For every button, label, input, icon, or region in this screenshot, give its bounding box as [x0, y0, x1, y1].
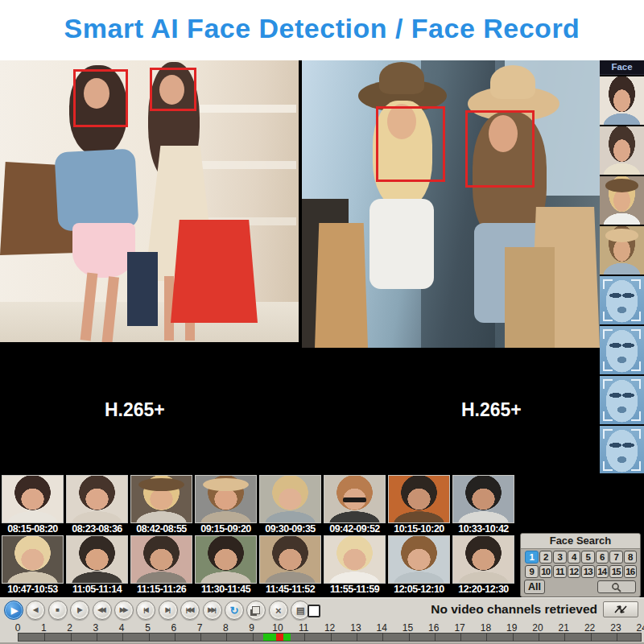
channel-button-5[interactable]: 5 [581, 551, 595, 564]
face-ai-scan-thumb[interactable] [600, 376, 644, 424]
next-frame-button[interactable]: ▶| [159, 601, 178, 620]
face-record-item[interactable]: 11:05-11:14 [66, 535, 128, 594]
face-photo [195, 535, 257, 584]
face-record-item[interactable]: 10:15-10:20 [388, 475, 450, 534]
swap-arrows-icon [612, 604, 630, 615]
face-search-button[interactable] [597, 580, 636, 593]
channel-button-7[interactable]: 7 [609, 551, 623, 564]
rewind-button[interactable]: ◀◀ [93, 601, 112, 620]
channel-button-15[interactable]: 15 [609, 565, 623, 578]
channel-button-6[interactable]: 6 [596, 551, 609, 564]
channel-button-4[interactable]: 4 [568, 551, 581, 564]
camera-view-1[interactable] [0, 60, 299, 342]
hour-label: 1 [34, 622, 53, 634]
face-record-item[interactable]: 10:47-10:53 [2, 535, 64, 594]
hour-label: 0 [8, 622, 27, 634]
face-photo [452, 475, 514, 523]
face-sidebar-header: Face [600, 60, 644, 75]
hour-label: 18 [476, 622, 495, 634]
channel-button-9[interactable]: 9 [525, 565, 539, 578]
face-photo [452, 535, 514, 584]
next-record-button[interactable]: ▶▶| [203, 601, 222, 620]
prev-record-button[interactable]: |◀◀ [180, 601, 200, 620]
face-record-item[interactable]: 08:42-08:55 [130, 475, 192, 534]
record-segment [276, 634, 284, 641]
time-range-label: 09:30-09:35 [259, 523, 321, 534]
status-message: No video channels retrieved [431, 602, 597, 617]
timeline-bar[interactable] [18, 633, 642, 642]
camera-view-2[interactable] [302, 60, 600, 348]
channel-button-14[interactable]: 14 [596, 565, 609, 578]
channel-button-3[interactable]: 3 [553, 551, 567, 564]
channel-button-16[interactable]: 16 [624, 565, 638, 578]
copy-button[interactable] [246, 601, 266, 620]
save-icon: ▤ [296, 606, 304, 615]
reverse-play-icon: ◀ [33, 607, 36, 613]
play-button[interactable]: ▶ [4, 601, 23, 620]
person-figure [369, 199, 434, 289]
hour-label: 5 [138, 622, 158, 634]
face-snapshot-thumb[interactable] [600, 126, 644, 175]
face-snapshot-thumb[interactable] [600, 76, 644, 125]
channel-row: 9 10 11 12 13 14 15 16 [525, 565, 637, 578]
channel-button-1[interactable]: 1 [525, 551, 539, 564]
hour-label: 12 [320, 622, 340, 634]
fast-forward-button[interactable]: ▶▶ [114, 601, 134, 620]
face-record-item[interactable]: 08:15-08:20 [2, 475, 64, 534]
nvr-app-window: Smart AI Face Detection / Face Record [0, 0, 644, 644]
time-range-label: 11:30-11:45 [195, 584, 257, 594]
face-photo [2, 475, 64, 523]
face-record-item[interactable]: 09:15-09:20 [195, 475, 257, 534]
scan-frame-icon [600, 426, 644, 474]
reverse-play-button[interactable]: ◀ [26, 601, 45, 620]
channel-button-13[interactable]: 13 [581, 565, 595, 578]
face-photo [2, 535, 64, 584]
channel-button-8[interactable]: 8 [624, 551, 638, 564]
refresh-channels-button[interactable] [603, 601, 638, 617]
hour-label: 22 [580, 622, 600, 634]
stop-icon: ■ [56, 607, 58, 613]
face-record-item[interactable]: 11:55-11:59 [324, 535, 386, 594]
face-snapshot-thumb[interactable] [600, 176, 644, 225]
channel-button-12[interactable]: 12 [568, 565, 581, 578]
prev-frame-button[interactable]: |◀ [136, 601, 155, 620]
time-range-label: 10:47-10:53 [2, 584, 64, 594]
face-record-item[interactable]: 08:23-08:36 [66, 475, 128, 534]
time-range-label: 09:15-09:20 [195, 523, 257, 534]
channel-button-11[interactable]: 11 [553, 565, 567, 578]
face-record-item[interactable]: 10:33-10:42 [452, 475, 514, 534]
cut-button[interactable]: × [269, 601, 288, 620]
channel-button-10[interactable]: 10 [539, 565, 553, 578]
face-photo [66, 535, 128, 584]
face-record-item[interactable]: 09:30-09:35 [259, 475, 321, 534]
codec-label-left: H.265+ [105, 399, 165, 421]
face-photo [130, 535, 192, 584]
channel-button-2[interactable]: 2 [539, 551, 553, 564]
face-record-item[interactable]: 11:45-11:52 [259, 535, 321, 594]
face-record-item[interactable]: 12:05-12:10 [388, 535, 450, 594]
scan-frame-icon [600, 326, 644, 374]
loop-button[interactable]: ↻ [225, 601, 244, 620]
face-detection-box [73, 69, 128, 127]
all-channels-button[interactable]: All [524, 580, 545, 594]
cut-icon: × [275, 605, 282, 616]
hour-label: 10 [268, 622, 287, 634]
face-record-item[interactable]: 11:30-11:45 [195, 535, 257, 594]
play-icon: ▶ [11, 606, 18, 615]
face-ai-scan-thumb[interactable] [600, 426, 644, 474]
face-record-item[interactable]: 09:42-09:52 [324, 475, 386, 534]
next-frame-icon: ▶| [166, 607, 169, 613]
face-search-panel: Face Search 1 2 3 4 5 6 7 8 9 10 11 12 1… [520, 533, 641, 597]
face-ai-scan-thumb[interactable] [600, 326, 644, 374]
option-checkbox[interactable] [308, 605, 320, 617]
frame-play-button[interactable]: |▶ [70, 601, 89, 620]
hour-label: 21 [554, 622, 573, 634]
shopping-bag [505, 247, 555, 348]
face-photo [259, 535, 321, 584]
face-snapshot-thumb[interactable] [600, 226, 644, 275]
face-record-item[interactable]: 12:20-12:30 [452, 535, 514, 594]
frame-play-icon: |▶ [77, 607, 80, 613]
face-ai-scan-thumb[interactable] [600, 276, 644, 324]
face-record-item[interactable]: 11:15-11:26 [130, 535, 192, 594]
stop-button[interactable]: ■ [48, 601, 68, 620]
